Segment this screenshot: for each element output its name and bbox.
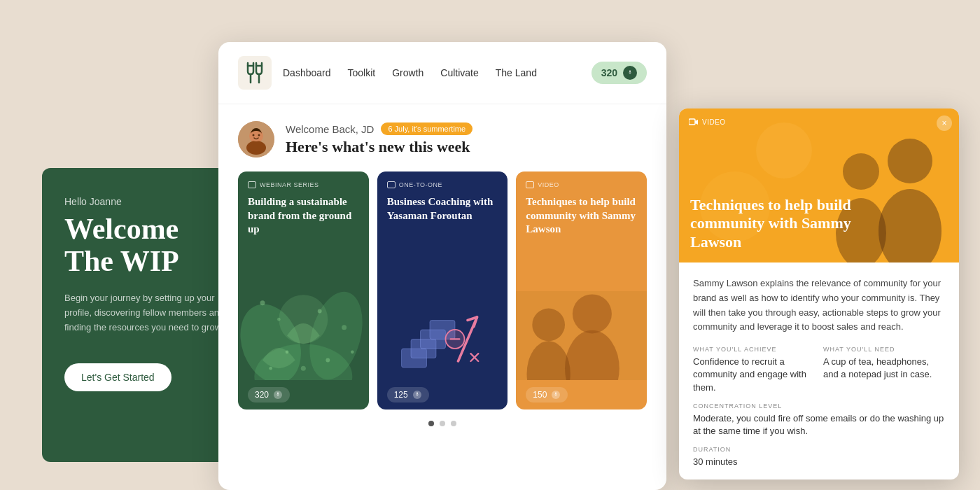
content-cards-grid: WEBINAR SERIES Building a sustainable br… xyxy=(238,172,647,410)
hello-label: Hello Joanne xyxy=(64,196,230,207)
concentration-label: CONCENTRATION LEVEL xyxy=(693,402,945,410)
svg-point-6 xyxy=(253,134,255,136)
welcome-description: Begin your journey by setting up your pr… xyxy=(64,291,230,335)
dot-1[interactable] xyxy=(428,421,434,426)
navigation: Dashboard Toolkit Growth Cultivate The L… xyxy=(283,67,537,78)
svg-point-32 xyxy=(573,294,612,333)
svg-point-18 xyxy=(301,366,306,371)
points-leaf-icon xyxy=(273,390,283,400)
nav-growth[interactable]: Growth xyxy=(392,67,424,78)
nav-toolkit[interactable]: Toolkit xyxy=(348,67,376,78)
svg-point-17 xyxy=(326,358,330,363)
coaching-card-title: Business Coaching with Yasaman Foroutan xyxy=(377,188,508,291)
achieve-value: Confidence to recruit a community and en… xyxy=(693,356,815,394)
card-tag-video: VIDEO xyxy=(516,172,647,188)
welcome-text: Welcome Back, JD 6 July, it's summertime… xyxy=(286,122,472,156)
video-detail-panel: VIDEO × Techniques to help build communi… xyxy=(679,108,959,479)
video-points: 150 xyxy=(526,387,568,402)
video-card[interactable]: VIDEO Techniques to help build community… xyxy=(516,172,647,410)
svg-point-43 xyxy=(756,122,812,178)
concentration-value: Moderate, you could fire off some emails… xyxy=(693,412,945,438)
meta-grid: WHAT YOU'LL ACHIEVE Confidence to recrui… xyxy=(693,346,945,402)
video-card-footer: 150 xyxy=(516,380,647,410)
achieve-label: WHAT YOU'LL ACHIEVE xyxy=(693,346,815,353)
svg-point-20 xyxy=(351,351,354,354)
duration-label: DURATION xyxy=(693,446,945,453)
svg-point-15 xyxy=(342,325,346,330)
chart-svg xyxy=(384,298,501,374)
card-tag-one-to-one: ONE-TO-ONE xyxy=(377,172,508,188)
dot-2[interactable] xyxy=(440,421,445,426)
webinar-icon xyxy=(248,181,256,188)
nav-cultivate[interactable]: Cultivate xyxy=(440,67,478,78)
get-started-button[interactable]: Let's Get Started xyxy=(64,363,172,391)
webinar-card-footer: 320 xyxy=(238,380,369,410)
nav-dashboard[interactable]: Dashboard xyxy=(283,67,331,78)
webinar-points: 320 xyxy=(248,387,290,402)
coaching-illustration xyxy=(377,291,508,380)
svg-rect-0 xyxy=(238,56,272,90)
svg-point-13 xyxy=(277,318,281,321)
video-icon xyxy=(526,181,534,188)
welcome-title: Welcome The WIP xyxy=(64,213,230,277)
webinar-card[interactable]: WEBINAR SERIES Building a sustainable br… xyxy=(238,172,369,410)
video-card-title: Techniques to help build community with … xyxy=(516,188,647,291)
video-description: Sammy Lawson explains the relevance of c… xyxy=(693,276,945,335)
points-value: 320 xyxy=(601,67,617,78)
welcome-row: Welcome Back, JD 6 July, it's summertime… xyxy=(238,121,647,158)
points-icon xyxy=(623,66,637,80)
video-panel-header: VIDEO × Techniques to help build communi… xyxy=(679,108,959,262)
card-body: Welcome Back, JD 6 July, it's summertime… xyxy=(218,104,666,454)
coaching-card[interactable]: ONE-TO-ONE Business Coaching with Yasama… xyxy=(377,172,508,410)
svg-point-19 xyxy=(269,367,272,370)
brand-logo xyxy=(238,56,272,90)
video-panel-title: Techniques to help build community with … xyxy=(690,196,889,251)
svg-point-34 xyxy=(533,309,566,342)
achieve-section: WHAT YOU'LL ACHIEVE Confidence to recrui… xyxy=(693,346,815,394)
need-value: A cup of tea, headphones, and a notepad … xyxy=(823,356,945,381)
video-illustration xyxy=(516,291,647,380)
whats-new-title: Here's what's new this week xyxy=(286,138,472,156)
svg-point-39 xyxy=(888,139,932,183)
welcome-back-text: Welcome Back, JD xyxy=(286,123,374,135)
svg-point-12 xyxy=(260,300,265,305)
duration-value: 30 minutes xyxy=(693,456,945,468)
points-leaf-icon-2 xyxy=(412,390,422,400)
avatar-svg xyxy=(238,121,274,158)
video-panel-body: Sammy Lawson explains the relevance of c… xyxy=(679,262,959,479)
webinar-illustration xyxy=(238,291,369,380)
coaching-points: 125 xyxy=(387,387,429,402)
carousel-dots xyxy=(238,410,647,438)
logo-area: Dashboard Toolkit Growth Cultivate The L… xyxy=(238,56,537,90)
svg-point-41 xyxy=(843,153,879,190)
avatar xyxy=(238,121,274,158)
svg-point-7 xyxy=(258,134,260,136)
duration-section: DURATION 30 minutes xyxy=(693,446,945,468)
coaching-card-footer: 125 xyxy=(377,380,508,410)
dot-3[interactable] xyxy=(451,421,456,426)
date-badge: 6 July, it's summertime xyxy=(381,122,472,135)
nav-the-land[interactable]: The Land xyxy=(496,67,537,78)
webinar-card-title: Building a sustainable brand from the gr… xyxy=(238,188,369,291)
concentration-section: CONCENTRATION LEVEL Moderate, you could … xyxy=(693,402,945,438)
main-dashboard-card: Dashboard Toolkit Growth Cultivate The L… xyxy=(218,42,666,490)
svg-point-14 xyxy=(318,309,322,314)
svg-point-5 xyxy=(251,130,262,141)
welcome-back-row: Welcome Back, JD 6 July, it's summertime xyxy=(286,122,472,135)
card-tag-webinar: WEBINAR SERIES xyxy=(238,172,369,188)
need-label: WHAT YOU'LL NEED xyxy=(823,346,945,353)
points-leaf-icon-3 xyxy=(551,390,561,400)
card-header: Dashboard Toolkit Growth Cultivate The L… xyxy=(218,42,666,104)
need-section: WHAT YOU'LL NEED A cup of tea, headphone… xyxy=(823,346,945,394)
svg-point-4 xyxy=(246,141,266,155)
coaching-icon xyxy=(387,181,396,188)
points-badge: 320 xyxy=(592,62,647,84)
